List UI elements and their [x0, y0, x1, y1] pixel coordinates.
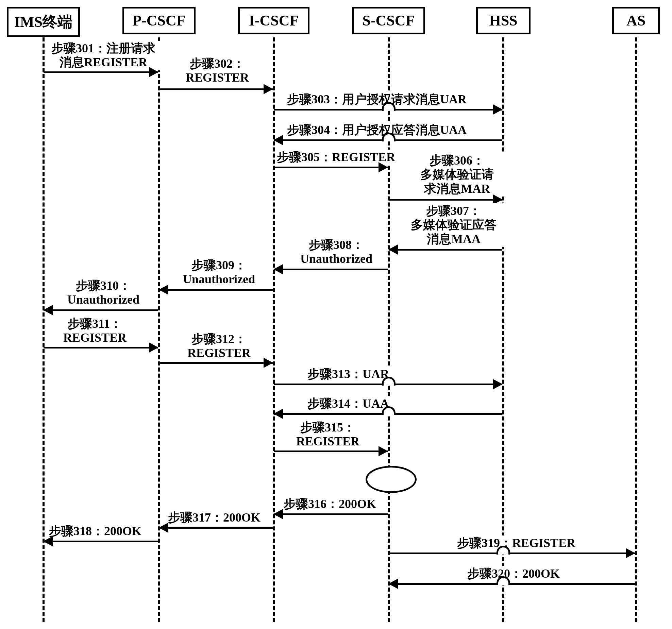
msg-arrow-317: [159, 527, 273, 529]
participant-as: AS: [612, 7, 660, 34]
lifeline-as: [635, 37, 637, 622]
hop-314: [382, 406, 396, 415]
msg-arrow-310: [44, 309, 158, 311]
msg-arrow-315: [274, 451, 388, 452]
msg-label-315: 步骤315： REGISTER: [282, 420, 373, 449]
msg-label-311: 步骤311： REGISTER: [49, 316, 140, 346]
msg-label-318: 步骤318：200OK: [48, 524, 143, 539]
msg-label-301: 步骤301：注册请求 消息REGISTER: [46, 41, 161, 70]
msg-arrow-312: [159, 362, 273, 364]
msg-label-312: 步骤312： REGISTER: [173, 332, 265, 361]
msg-label-308: 步骤308： Unauthorized: [291, 237, 382, 267]
msg-label-304: 步骤304：用户授权应答消息UAA: [286, 122, 468, 138]
msg-label-310: 步骤310： Unauthorized: [58, 278, 149, 308]
msg-arrow-316: [274, 513, 388, 515]
msg-label-303: 步骤303：用户授权请求消息UAR: [286, 92, 468, 107]
msg-arrow-305: [274, 167, 388, 168]
lifeline-hss: [502, 37, 504, 622]
lifeline-icscf: [273, 37, 275, 622]
msg-arrow-319: [389, 552, 635, 554]
msg-label-309: 步骤309： Unauthorized: [173, 258, 265, 287]
msg-label-319: 步骤319：REGISTER: [456, 536, 577, 551]
msg-label-313: 步骤313：UAR: [306, 367, 390, 382]
msg-arrow-308: [274, 269, 388, 270]
msg-arrow-307: [389, 249, 502, 251]
processing-ellipse: [366, 466, 417, 493]
msg-arrow-320: [389, 583, 635, 585]
msg-label-316: 步骤316：200OK: [282, 496, 377, 512]
participant-ims: IMS终端: [7, 7, 80, 37]
msg-arrow-306: [389, 199, 502, 201]
msg-label-320: 步骤320：200OK: [466, 566, 561, 581]
msg-label-314: 步骤314：UAA: [306, 396, 390, 411]
participant-icscf: I-CSCF: [238, 7, 309, 34]
msg-label-307: 步骤307： 多媒体验证应答 消息MAA: [401, 203, 506, 247]
msg-arrow-311: [44, 347, 158, 348]
msg-label-306: 步骤306： 多媒体验证请 求消息MAR: [408, 153, 506, 197]
msg-label-302: 步骤302： REGISTER: [173, 56, 261, 86]
participant-pcscf: P-CSCF: [122, 7, 196, 34]
msg-arrow-302: [159, 88, 273, 90]
participant-hss: HSS: [476, 7, 531, 34]
msg-arrow-318: [44, 541, 158, 542]
hop-313: [382, 377, 396, 386]
lifeline-ims: [43, 37, 45, 622]
participant-scscf: S-CSCF: [352, 7, 425, 34]
msg-arrow-309: [159, 289, 273, 291]
msg-label-317: 步骤317：200OK: [167, 510, 262, 525]
msg-arrow-301: [44, 71, 158, 73]
sequence-diagram: IMS终端 P-CSCF I-CSCF S-CSCF HSS AS 步骤301：…: [0, 0, 672, 629]
lifeline-pcscf: [158, 37, 160, 622]
